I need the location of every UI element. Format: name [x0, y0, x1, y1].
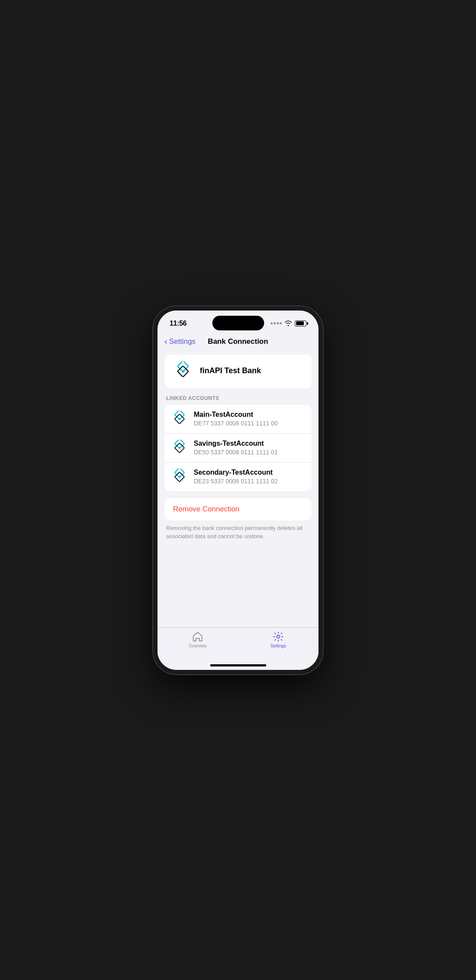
dynamic-island	[212, 316, 264, 330]
tab-overview[interactable]: Overview	[185, 631, 211, 648]
svg-point-11	[179, 476, 181, 478]
account-info: Secondary-TestAccount DE23 5337 0008 011…	[194, 469, 305, 485]
gear-icon	[273, 631, 284, 642]
remove-connection-description: Removing the bank connection permanently…	[164, 524, 312, 541]
account-logo-icon	[171, 411, 188, 427]
battery-icon	[295, 320, 306, 327]
tab-settings[interactable]: Settings	[265, 631, 291, 648]
bank-header: finAPI Test Bank	[164, 355, 312, 388]
account-item[interactable]: Main-TestAccount DE77 5337 0008 0111 111…	[164, 405, 312, 434]
bank-logo-icon	[173, 362, 193, 381]
home-icon	[192, 631, 203, 642]
svg-point-12	[277, 635, 280, 638]
accounts-list: Main-TestAccount DE77 5337 0008 0111 111…	[164, 405, 312, 491]
back-button[interactable]: ‹ Settings	[164, 337, 195, 346]
screen: 11:56 ‹ Settings Bank Con	[158, 311, 318, 670]
account-item[interactable]: Secondary-TestAccount DE23 5337 0008 011…	[164, 463, 312, 491]
svg-point-8	[179, 447, 181, 449]
account-name: Main-TestAccount	[194, 411, 305, 419]
back-chevron-icon: ‹	[164, 337, 167, 346]
account-info: Main-TestAccount DE77 5337 0008 0111 111…	[194, 411, 305, 427]
account-name: Secondary-TestAccount	[194, 469, 305, 476]
nav-bar: ‹ Settings Bank Connection	[158, 334, 318, 351]
signal-icon	[271, 322, 282, 324]
page-title: Bank Connection	[208, 337, 268, 346]
home-bar	[210, 664, 266, 666]
account-logo-icon	[171, 440, 188, 456]
account-iban: DE77 5337 0008 0111 1111 00	[194, 420, 305, 427]
status-icons	[271, 320, 306, 327]
tab-overview-label: Overview	[189, 644, 207, 648]
account-iban: DE23 5337 0008 0111 1111 02	[194, 478, 305, 485]
bank-name: finAPI Test Bank	[200, 366, 261, 375]
account-logo-icon	[171, 469, 188, 485]
account-info: Savings-TestAccount DE50 5337 0008 0111 …	[194, 440, 305, 456]
svg-point-2	[182, 370, 184, 373]
account-name: Savings-TestAccount	[194, 440, 305, 447]
main-content: finAPI Test Bank LINKED ACCOUNTS Main-Te…	[158, 351, 318, 627]
tab-settings-label: Settings	[271, 644, 286, 648]
status-time: 11:56	[170, 320, 186, 327]
tab-bar: Overview Settings	[158, 627, 318, 657]
svg-point-5	[179, 418, 181, 420]
bank-card: finAPI Test Bank	[164, 355, 312, 388]
remove-connection-card[interactable]: Remove Connection	[164, 498, 312, 520]
phone-frame: 11:56 ‹ Settings Bank Con	[153, 306, 323, 674]
wifi-icon	[284, 320, 292, 326]
back-label: Settings	[169, 337, 195, 346]
remove-connection-button[interactable]: Remove Connection	[173, 505, 240, 513]
linked-accounts-label: LINKED ACCOUNTS	[164, 395, 312, 405]
home-indicator	[158, 657, 318, 670]
account-iban: DE50 5337 0008 0111 1111 01	[194, 449, 305, 456]
account-item[interactable]: Savings-TestAccount DE50 5337 0008 0111 …	[164, 434, 312, 463]
